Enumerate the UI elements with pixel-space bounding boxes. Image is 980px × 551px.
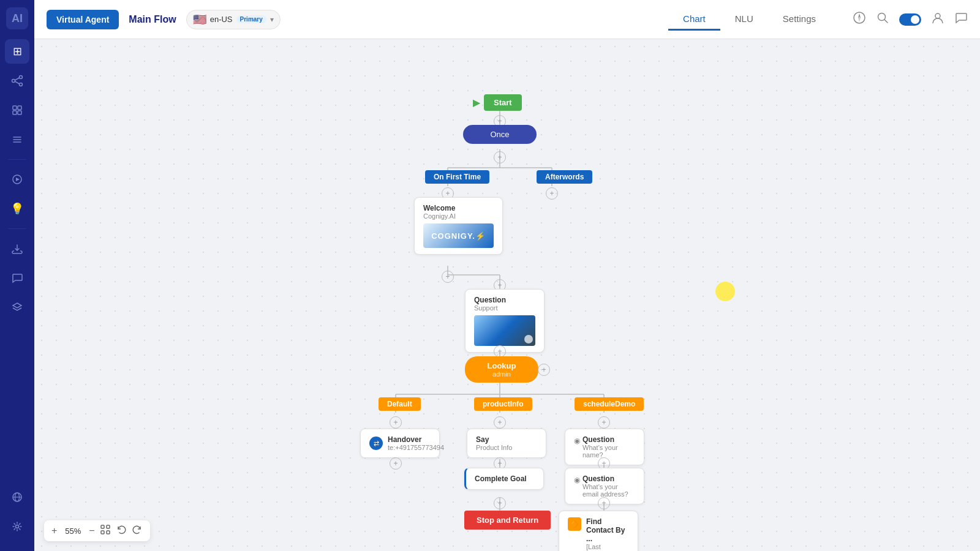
schedule-demo-pill-label[interactable]: scheduleDemo	[575, 397, 644, 411]
question-support-title: Question	[474, 296, 535, 304]
add-after-question[interactable]: +	[494, 345, 506, 358]
svg-rect-8	[18, 111, 21, 114]
svg-point-1	[20, 76, 23, 79]
add-below-productinfo[interactable]: +	[494, 416, 506, 429]
add-below-scheduledemo[interactable]: +	[598, 416, 610, 429]
sidebar-item-export[interactable]	[5, 236, 29, 261]
search-icon[interactable]	[876, 11, 889, 28]
handover-node[interactable]: ⇄ Handover te:+491755773494	[360, 429, 440, 458]
chat-icon[interactable]	[954, 11, 968, 28]
default-pill-label[interactable]: Default	[379, 397, 421, 411]
question-email-subtitle: What's your email address?	[582, 483, 635, 498]
add-below-default[interactable]: +	[390, 416, 402, 429]
afterwords-label[interactable]: Afterwords	[537, 170, 592, 184]
add-below-question-email[interactable]: +	[598, 497, 610, 509]
stop-return-label[interactable]: Stop and Return	[464, 511, 551, 530]
sidebar-item-chat[interactable]	[5, 266, 29, 290]
tab-nlu[interactable]: NLU	[720, 9, 768, 31]
tab-settings[interactable]: Settings	[768, 9, 831, 31]
add-after-once[interactable]: +	[494, 151, 506, 163]
product-info-pill-label[interactable]: productInfo	[474, 397, 532, 411]
stop-return-node[interactable]: Stop and Return	[464, 511, 551, 530]
fit-button[interactable]	[100, 524, 111, 538]
sidebar-item-idea[interactable]: 💡	[5, 197, 29, 221]
on-first-time-label[interactable]: On First Time	[425, 170, 489, 184]
default-pill-node[interactable]: Default	[379, 397, 421, 411]
svg-line-23	[884, 20, 888, 23]
play-icon: ▶	[473, 97, 480, 108]
welcome-subtitle: Cognigy.AI	[423, 212, 494, 220]
sidebar-item-flow[interactable]	[5, 69, 29, 93]
tab-chart[interactable]: Chart	[668, 9, 720, 31]
svg-point-24	[935, 13, 940, 18]
add-after-welcome[interactable]: +	[442, 271, 454, 283]
primary-badge: Primary	[236, 15, 266, 23]
svg-line-4	[15, 81, 20, 84]
lookup-node[interactable]: Lookup admin	[465, 356, 538, 383]
question-support-node[interactable]: Question Support	[465, 289, 545, 353]
once-node[interactable]: Once	[463, 125, 537, 144]
once-label[interactable]: Once	[463, 125, 537, 144]
lookup-label[interactable]: Lookup admin	[465, 356, 538, 383]
schedule-demo-pill-node[interactable]: scheduleDemo	[575, 397, 644, 411]
handover-title: Handover	[388, 435, 444, 444]
virtual-agent-button[interactable]: Virtual Agent	[47, 10, 119, 29]
question-name-title: Question	[582, 435, 635, 444]
zoom-level: 55%	[62, 527, 84, 536]
question-name-bullet: ◉	[574, 437, 580, 445]
toggle-button[interactable]	[899, 13, 921, 26]
sidebar-item-stack[interactable]	[5, 295, 29, 320]
start-node[interactable]: ▶ Start	[473, 94, 522, 111]
undo-button[interactable]	[116, 524, 127, 538]
sidebar-item-layers[interactable]	[5, 98, 29, 122]
sidebar-divider-2	[8, 228, 26, 229]
add-below-handover[interactable]: +	[390, 457, 402, 470]
question-support-image	[474, 315, 535, 346]
svg-rect-6	[18, 106, 21, 110]
logo: AI	[6, 7, 28, 29]
locale-selector[interactable]: 🇺🇸 en-US Primary ▾	[186, 10, 281, 29]
complete-goal-title: Complete Goal	[475, 474, 535, 483]
zoom-in-button[interactable]: +	[51, 525, 57, 536]
nav-icons	[853, 11, 968, 28]
afterwords-node[interactable]: Afterwords	[537, 170, 592, 184]
add-right-lookup[interactable]: +	[538, 364, 550, 376]
welcome-node[interactable]: Welcome Cognigy.AI COGNIGY.⚡	[414, 197, 503, 255]
svg-rect-47	[107, 525, 110, 528]
add-afterwords[interactable]: +	[546, 187, 558, 200]
svg-rect-48	[101, 531, 104, 534]
locale-code: en-US	[210, 15, 233, 24]
product-info-pill-node[interactable]: productInfo	[474, 397, 532, 411]
find-contact-title: Find Contact By ...	[586, 517, 629, 543]
sidebar-item-settings[interactable]	[5, 514, 29, 539]
complete-goal-node[interactable]: Complete Goal	[464, 468, 544, 490]
zoom-out-button[interactable]: −	[89, 525, 94, 536]
redo-button[interactable]	[132, 524, 143, 538]
svg-rect-5	[13, 106, 17, 110]
sidebar-divider-1	[8, 159, 26, 160]
handover-icon: ⇄	[369, 437, 383, 450]
flow-canvas[interactable]: ▶ Start + Once + On First Time Afterword…	[34, 39, 980, 551]
find-contact-icon: 🔶	[568, 517, 581, 531]
svg-line-3	[15, 78, 20, 80]
user-icon[interactable]	[931, 11, 944, 28]
compass-icon[interactable]	[853, 11, 866, 28]
flow-name: Main Flow	[129, 14, 176, 25]
find-contact-node[interactable]: 🔶 Find Contact By ... [Last Question Res…	[559, 511, 638, 551]
main-content: Virtual Agent Main Flow 🇺🇸 en-US Primary…	[34, 0, 980, 551]
canvas-toolbar: + 55% −	[44, 520, 150, 541]
question-email-bullet: ◉	[574, 476, 580, 484]
sidebar-item-explore[interactable]	[5, 167, 29, 192]
chevron-down-icon: ▾	[270, 15, 274, 24]
question-name-subtitle: What's your name?	[582, 444, 635, 459]
sidebar-item-globe[interactable]	[5, 485, 29, 509]
say-node[interactable]: Say Product Info	[467, 429, 546, 458]
say-title: Say	[476, 435, 537, 444]
svg-point-0	[12, 80, 15, 83]
add-below-complete-goal[interactable]: +	[494, 497, 506, 509]
start-label[interactable]: Start	[484, 94, 522, 111]
sidebar-item-grid[interactable]: ⊞	[5, 39, 29, 64]
on-first-time-node[interactable]: On First Time	[425, 170, 489, 184]
sidebar-item-list[interactable]	[5, 127, 29, 152]
cognigy-logo: COGNIGY.⚡	[431, 231, 486, 241]
